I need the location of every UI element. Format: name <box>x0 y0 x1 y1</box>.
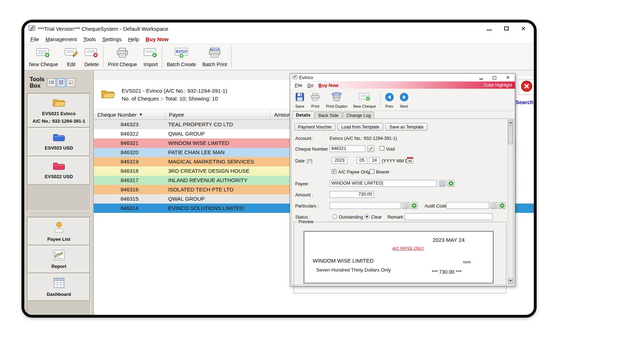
account-item-evs021[interactable]: EVS021 Evinco A/C No.: 932-1294-391-1 <box>28 94 90 127</box>
payee-cell: MAGICAL MARKETING SERVICES <box>165 157 270 166</box>
column-header-cheque-number[interactable]: Cheque Number ▼ <box>94 109 165 119</box>
tools-box-header: Tools Box <box>30 76 91 89</box>
print-button[interactable]: Print <box>307 89 323 111</box>
cheque-number-input[interactable]: 846321 <box>330 145 365 152</box>
import-button[interactable]: Import <box>140 44 161 70</box>
preview-amount-words: Seven Hundred Thirty Dollars Only <box>316 267 391 273</box>
dialog-title: Evinco <box>299 75 313 80</box>
report-button[interactable]: Report <box>28 246 90 273</box>
scrollbar-thumb[interactable] <box>508 126 513 144</box>
minimize-button[interactable] <box>487 25 492 32</box>
scroll-down-button[interactable] <box>508 278 513 284</box>
payee-list-button[interactable]: Payee List <box>28 218 90 245</box>
audit-code-list-button[interactable] <box>491 202 497 209</box>
tab-change-log[interactable]: Change Log <box>343 112 374 119</box>
audit-code-add-button[interactable] <box>499 202 506 209</box>
remark-label: Remark : <box>387 215 406 220</box>
dialog-titlebar: Evinco ✕ <box>290 74 515 82</box>
edit-number-button[interactable] <box>367 145 374 152</box>
bearer-checkbox[interactable] <box>370 169 374 174</box>
account-item-esv023[interactable]: ESV023 USD <box>28 128 90 156</box>
close-search-button[interactable] <box>518 79 535 95</box>
search-link[interactable]: [Search] <box>514 99 535 105</box>
particulars-add-button[interactable] <box>411 202 418 209</box>
add-circle-icon <box>500 203 504 208</box>
payee-add-button[interactable] <box>448 180 454 187</box>
void-checkbox[interactable] <box>380 146 384 151</box>
doc-icon <box>404 204 408 208</box>
ac-payee-only-checkbox[interactable] <box>332 169 336 174</box>
maximize-button[interactable] <box>504 25 509 32</box>
menu-file[interactable]: File <box>292 82 305 88</box>
print-duplex-button[interactable]: DUPLEX Print Duplex <box>323 89 350 111</box>
account-item-evs022[interactable]: EVS022 USD <box>28 157 90 185</box>
maximize-button[interactable] <box>493 74 496 81</box>
payee-cell: WINDOM WISE LIMITED <box>165 138 270 148</box>
tools-box-sidebar: Tools Box EVS021 Evinco <box>24 70 94 315</box>
dashboard-button[interactable]: Dashboard <box>28 274 90 301</box>
next-button[interactable]: Next <box>397 89 411 111</box>
calendar-icon[interactable]: 31 <box>407 157 413 163</box>
cheque-number-cell: 846319 <box>94 157 165 166</box>
particulars-list-button[interactable] <box>402 202 409 209</box>
cheque-edit-icon <box>64 48 78 60</box>
collapse-view-button[interactable] <box>67 78 75 87</box>
date-help-link[interactable]: [?] <box>307 158 312 163</box>
list-view-button[interactable] <box>47 78 56 87</box>
folder-icon <box>53 161 65 172</box>
load-from-template-button[interactable]: Load from Template <box>337 123 383 131</box>
menu-management[interactable]: Management <box>42 35 80 43</box>
payee-lookup-button[interactable] <box>439 180 446 187</box>
save-as-template-button[interactable]: Save as Template <box>385 123 428 131</box>
amount-input[interactable]: 730.00 <box>330 191 374 198</box>
status-outstanding-radio[interactable] <box>332 214 337 219</box>
menu-help[interactable]: Help <box>125 35 142 43</box>
menu-file[interactable]: File <box>27 35 42 43</box>
view-buttons <box>47 78 75 87</box>
payment-voucher-button[interactable]: Payment Voucher <box>294 123 335 131</box>
cheque-new-icon <box>358 92 371 103</box>
menu-buy-now[interactable]: Buy Now <box>316 82 341 88</box>
date-month-input[interactable]: 05 <box>357 157 367 164</box>
tab-details[interactable]: Details <box>292 111 314 119</box>
account-number: A/C No.: 932-1294-391-1 <box>33 118 85 124</box>
dialog-scrollbar[interactable] <box>508 119 513 284</box>
cheque-number-cell: 846321 <box>94 138 165 148</box>
scroll-up-button[interactable] <box>508 120 513 125</box>
close-button[interactable]: ✕ <box>506 75 510 80</box>
tab-back-side[interactable]: Back Side <box>315 112 342 119</box>
ac-payee-only-label: A/C Payee Only <box>338 170 370 175</box>
save-button[interactable]: Save <box>292 89 307 111</box>
detail-view-button[interactable] <box>57 78 65 87</box>
audit-code-input[interactable] <box>446 202 489 209</box>
remark-input[interactable] <box>405 213 493 220</box>
menu-tools[interactable]: Tools <box>80 35 99 43</box>
date-year-input[interactable]: 2023 <box>332 157 347 164</box>
prev-button[interactable]: Prev <box>382 89 397 111</box>
particulars-input[interactable] <box>330 202 401 209</box>
delete-button[interactable]: Delete <box>81 44 102 70</box>
payee-label: Payee : <box>295 181 310 186</box>
date-day-input[interactable]: 24 <box>369 157 380 164</box>
dialog-new-cheque-button[interactable]: New Cheque <box>350 89 379 111</box>
menu-settings[interactable]: Settings <box>99 35 125 43</box>
menu-go[interactable]: Go <box>305 82 316 88</box>
cheque-number-cell: 846317 <box>94 176 165 185</box>
color-highlight-label[interactable]: Color Highlight <box>484 83 515 88</box>
column-header-payee[interactable]: Payee <box>165 109 270 119</box>
window-controls: ✕ <box>487 25 530 32</box>
menu-buy-now[interactable]: Buy Now <box>142 35 172 43</box>
batch-create-button[interactable]: BATCH Batch Create <box>164 44 199 70</box>
edit-button[interactable]: Edit <box>61 44 81 70</box>
print-cheque-button[interactable]: Print Cheque <box>104 44 140 70</box>
cheque-number-label: Cheque Number : <box>295 147 331 152</box>
pencil-icon <box>369 147 373 151</box>
close-button[interactable]: ✕ <box>521 26 526 32</box>
batch-print-button[interactable]: BATCH Batch Print <box>199 44 230 70</box>
minimize-button[interactable] <box>479 74 483 81</box>
date-label: Date : <box>295 158 307 163</box>
cheque-new-icon <box>36 48 50 60</box>
payee-input[interactable]: WINDOM WISE LIMITED <box>330 180 437 187</box>
new-cheque-button[interactable]: New Cheque <box>26 44 61 70</box>
status-clear-radio[interactable] <box>365 214 369 219</box>
